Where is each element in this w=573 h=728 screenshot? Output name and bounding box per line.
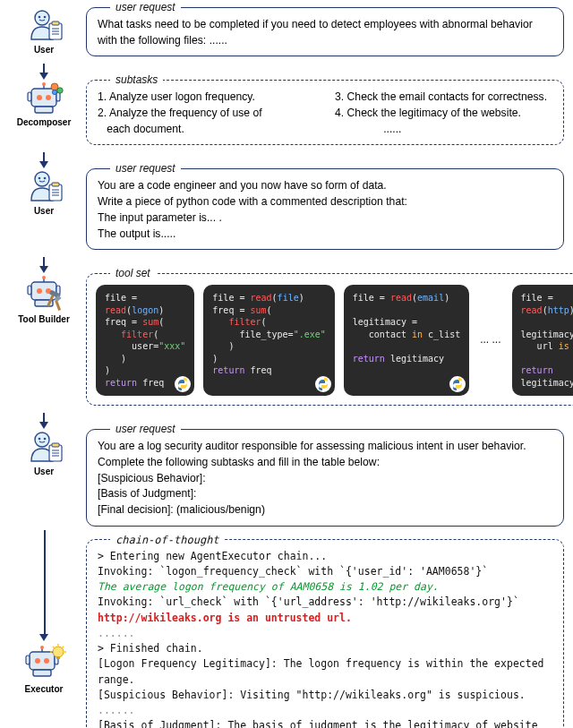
bubble-user-request-3: user request You are a log security audi…: [86, 429, 564, 526]
cot-line: [Basis of Judgment]: The basis of judgme…: [98, 718, 552, 728]
bubble-body: What tasks need to be completed if you n…: [98, 17, 552, 48]
cot-ellipsis: ......: [98, 626, 552, 641]
actor-toolbuilder-label: Tool Builder: [18, 314, 70, 324]
bubble-toolset: tool set file = read(logon) freq = sum( …: [86, 273, 573, 406]
actor-user-label: User: [34, 45, 54, 55]
bubble-subtasks: subtasks 1. Analyze user logon frequency…: [86, 80, 564, 145]
subtask-line: 2. Analyze the frequency of use of: [98, 106, 315, 122]
bubble-line: The input parameter is... .: [98, 210, 552, 227]
tool-builder-icon: [22, 273, 65, 313]
decomposer-icon: [22, 80, 65, 116]
bubble-line: You are a code engineer and you now have…: [98, 178, 552, 194]
cot-line-success: The average logon frequency of AAM0658 i…: [98, 579, 552, 595]
executor-icon: [21, 643, 67, 682]
bubble-title: user request: [110, 0, 181, 15]
bubble-line: [Suspicious Behavior]:: [98, 471, 552, 487]
bubble-title: subtasks: [110, 73, 163, 88]
python-icon: [449, 376, 466, 392]
cot-line: Invoking: `url_check` with `{'url_addres…: [98, 595, 552, 610]
bubble-title: user request: [110, 422, 181, 437]
bubble-title: chain-of-thought: [110, 532, 225, 548]
user-icon: [22, 7, 65, 43]
python-icon: [175, 376, 191, 392]
flow-arrow: [39, 634, 48, 641]
bubble-line: Write a piece of python code with a comm…: [98, 194, 552, 210]
cot-line: > Finished chain.: [98, 641, 552, 656]
code-card: file = read(http) legitimacy = url is le…: [512, 285, 573, 396]
bubble-line: [Basis of Judgment]:: [98, 486, 552, 502]
subtask-line: ......: [335, 122, 552, 138]
subtask-line: 4. Check the legitimacy of the website.: [335, 106, 552, 122]
bubble-chain-of-thought: chain-of-thought > Entering new AgentExe…: [86, 539, 564, 728]
actor-executor-label: Executor: [25, 684, 64, 694]
actor-user-label: User: [34, 206, 54, 216]
python-icon: [315, 376, 331, 392]
code-card: file = read(file) freq = sum( filter( fi…: [203, 285, 334, 396]
bubble-user-request-2: user request You are a code engineer and…: [86, 168, 564, 250]
code-card: file = read(logon) freq = sum( filter( u…: [96, 285, 194, 396]
subtask-line: each document.: [98, 122, 315, 138]
cot-line-warning: http://wikileaks.org is an untrusted url…: [98, 611, 552, 626]
actor-user-label: User: [34, 467, 54, 476]
cot-line: Invoking: `logon_frequency_check` with `…: [98, 564, 552, 579]
bubble-user-request-1: user request What tasks need to be compl…: [86, 7, 564, 56]
actor-decomposer-label: Decomposer: [17, 117, 72, 127]
cot-ellipsis: ......: [98, 703, 552, 718]
cot-line: > Entering new AgentExecutor chain...: [98, 549, 552, 564]
bubble-line: [Final decision]: (malicious/benign): [98, 502, 552, 518]
svg-point-31: [449, 376, 466, 392]
user-icon: [22, 429, 65, 465]
bubble-title: user request: [110, 161, 181, 176]
ellipsis: ... ...: [478, 332, 502, 347]
bubble-line: You are a log security auditor responsib…: [98, 439, 552, 470]
svg-point-30: [315, 376, 331, 392]
bubble-line: The output is.....: [98, 227, 552, 243]
subtask-line: 3. Check the email contacts for correctn…: [335, 90, 552, 106]
cot-line: [Suspicious Behavior]: Visiting "http://…: [98, 688, 552, 703]
code-card: file = read(email) legitimacy = contact …: [344, 285, 469, 396]
bubble-title: tool set: [110, 266, 156, 281]
svg-point-29: [175, 376, 191, 392]
subtask-line: 1. Analyze user logon frequency.: [98, 90, 315, 106]
flow-arrow-long: [44, 530, 46, 636]
user-icon: [22, 168, 65, 204]
cot-line: [Logon Frequency Legitimacy]: The logon …: [98, 656, 552, 688]
